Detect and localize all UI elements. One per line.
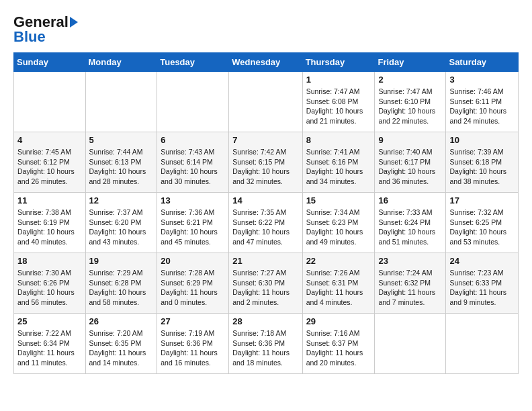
- day-detail: Sunrise: 7:32 AM Sunset: 6:25 PM Dayligh…: [449, 208, 515, 247]
- calendar-cell: 2Sunrise: 7:47 AM Sunset: 6:10 PM Daylig…: [375, 72, 446, 132]
- calendar-cell: 20Sunrise: 7:28 AM Sunset: 6:29 PM Dayli…: [157, 253, 229, 314]
- day-number: 9: [378, 135, 442, 145]
- calendar-cell: 18Sunrise: 7:30 AM Sunset: 6:26 PM Dayli…: [14, 253, 86, 314]
- calendar-week-4: 18Sunrise: 7:30 AM Sunset: 6:26 PM Dayli…: [14, 253, 519, 314]
- calendar-cell: 7Sunrise: 7:42 AM Sunset: 6:15 PM Daylig…: [229, 132, 302, 193]
- day-detail: Sunrise: 7:28 AM Sunset: 6:29 PM Dayligh…: [161, 268, 225, 308]
- calendar-cell: 11Sunrise: 7:38 AM Sunset: 6:19 PM Dayli…: [14, 193, 86, 253]
- day-detail: Sunrise: 7:19 AM Sunset: 6:36 PM Dayligh…: [161, 328, 225, 368]
- day-number: 25: [17, 316, 82, 326]
- day-detail: Sunrise: 7:27 AM Sunset: 6:30 PM Dayligh…: [232, 268, 298, 308]
- day-detail: Sunrise: 7:22 AM Sunset: 6:34 PM Dayligh…: [17, 328, 82, 368]
- day-number: 11: [17, 195, 82, 205]
- calendar-table: SundayMondayTuesdayWednesdayThursdayFrid…: [13, 52, 519, 374]
- day-number: 12: [89, 195, 154, 205]
- col-header-sunday: Sunday: [14, 53, 86, 72]
- day-number: 3: [449, 75, 515, 85]
- calendar-cell: 5Sunrise: 7:44 AM Sunset: 6:13 PM Daylig…: [85, 132, 157, 193]
- day-number: 17: [449, 195, 515, 205]
- calendar-cell: 12Sunrise: 7:37 AM Sunset: 6:20 PM Dayli…: [85, 193, 157, 253]
- day-detail: Sunrise: 7:29 AM Sunset: 6:28 PM Dayligh…: [89, 268, 154, 308]
- day-number: 29: [306, 316, 371, 326]
- day-detail: Sunrise: 7:41 AM Sunset: 6:16 PM Dayligh…: [306, 147, 371, 187]
- day-number: 26: [89, 316, 154, 326]
- day-detail: Sunrise: 7:44 AM Sunset: 6:13 PM Dayligh…: [89, 147, 154, 187]
- calendar-week-2: 4Sunrise: 7:45 AM Sunset: 6:12 PM Daylig…: [14, 132, 519, 193]
- day-number: 18: [17, 256, 82, 266]
- day-number: 5: [89, 135, 154, 145]
- day-detail: Sunrise: 7:46 AM Sunset: 6:11 PM Dayligh…: [449, 87, 515, 126]
- col-header-friday: Friday: [375, 53, 446, 72]
- day-number: 13: [161, 195, 225, 205]
- calendar-week-3: 11Sunrise: 7:38 AM Sunset: 6:19 PM Dayli…: [14, 193, 519, 253]
- day-detail: Sunrise: 7:23 AM Sunset: 6:33 PM Dayligh…: [449, 268, 515, 308]
- calendar-cell: [157, 72, 229, 132]
- col-header-tuesday: Tuesday: [157, 53, 229, 72]
- calendar-cell: 8Sunrise: 7:41 AM Sunset: 6:16 PM Daylig…: [302, 132, 375, 193]
- day-detail: Sunrise: 7:20 AM Sunset: 6:35 PM Dayligh…: [89, 328, 154, 368]
- day-detail: Sunrise: 7:24 AM Sunset: 6:32 PM Dayligh…: [378, 268, 442, 308]
- day-detail: Sunrise: 7:38 AM Sunset: 6:19 PM Dayligh…: [17, 208, 82, 247]
- calendar-cell: 4Sunrise: 7:45 AM Sunset: 6:12 PM Daylig…: [14, 132, 86, 193]
- col-header-wednesday: Wednesday: [229, 53, 302, 72]
- day-number: 27: [161, 316, 225, 326]
- calendar-cell: [14, 72, 86, 132]
- day-number: 7: [232, 135, 298, 145]
- calendar-cell: 3Sunrise: 7:46 AM Sunset: 6:11 PM Daylig…: [446, 72, 519, 132]
- day-detail: Sunrise: 7:36 AM Sunset: 6:21 PM Dayligh…: [161, 208, 225, 247]
- calendar-week-5: 25Sunrise: 7:22 AM Sunset: 6:34 PM Dayli…: [14, 314, 519, 374]
- calendar-cell: 16Sunrise: 7:33 AM Sunset: 6:24 PM Dayli…: [375, 193, 446, 253]
- calendar-cell: 9Sunrise: 7:40 AM Sunset: 6:17 PM Daylig…: [375, 132, 446, 193]
- day-number: 23: [378, 256, 442, 266]
- day-detail: Sunrise: 7:26 AM Sunset: 6:31 PM Dayligh…: [306, 268, 371, 308]
- calendar-cell: 19Sunrise: 7:29 AM Sunset: 6:28 PM Dayli…: [85, 253, 157, 314]
- logo-blue: Blue: [13, 28, 46, 46]
- logo: General Blue: [13, 13, 78, 46]
- calendar-cell: 29Sunrise: 7:16 AM Sunset: 6:37 PM Dayli…: [302, 314, 375, 374]
- calendar-cell: 1Sunrise: 7:47 AM Sunset: 6:08 PM Daylig…: [302, 72, 375, 132]
- calendar-cell: 24Sunrise: 7:23 AM Sunset: 6:33 PM Dayli…: [446, 253, 519, 314]
- day-detail: Sunrise: 7:30 AM Sunset: 6:26 PM Dayligh…: [17, 268, 82, 308]
- calendar-cell: 14Sunrise: 7:35 AM Sunset: 6:22 PM Dayli…: [229, 193, 302, 253]
- day-number: 16: [378, 195, 442, 205]
- calendar-cell: [375, 314, 446, 374]
- calendar-cell: [446, 314, 519, 374]
- calendar-cell: 6Sunrise: 7:43 AM Sunset: 6:14 PM Daylig…: [157, 132, 229, 193]
- calendar-cell: 15Sunrise: 7:34 AM Sunset: 6:23 PM Dayli…: [302, 193, 375, 253]
- day-detail: Sunrise: 7:16 AM Sunset: 6:37 PM Dayligh…: [306, 328, 371, 368]
- day-number: 14: [232, 195, 298, 205]
- day-detail: Sunrise: 7:47 AM Sunset: 6:10 PM Dayligh…: [378, 87, 442, 126]
- day-detail: Sunrise: 7:34 AM Sunset: 6:23 PM Dayligh…: [306, 208, 371, 247]
- day-number: 1: [306, 75, 371, 85]
- day-detail: Sunrise: 7:37 AM Sunset: 6:20 PM Dayligh…: [89, 208, 154, 247]
- calendar-cell: 13Sunrise: 7:36 AM Sunset: 6:21 PM Dayli…: [157, 193, 229, 253]
- day-number: 6: [161, 135, 225, 145]
- day-number: 4: [17, 135, 82, 145]
- day-number: 22: [306, 256, 371, 266]
- page-header: General Blue: [13, 13, 519, 46]
- calendar-cell: 28Sunrise: 7:18 AM Sunset: 6:36 PM Dayli…: [229, 314, 302, 374]
- day-number: 20: [161, 256, 225, 266]
- calendar-cell: 10Sunrise: 7:39 AM Sunset: 6:18 PM Dayli…: [446, 132, 519, 193]
- day-number: 15: [306, 195, 371, 205]
- day-number: 19: [89, 256, 154, 266]
- day-number: 28: [232, 316, 298, 326]
- col-header-thursday: Thursday: [302, 53, 375, 72]
- calendar-cell: 22Sunrise: 7:26 AM Sunset: 6:31 PM Dayli…: [302, 253, 375, 314]
- day-number: 24: [449, 256, 515, 266]
- calendar-week-1: 1Sunrise: 7:47 AM Sunset: 6:08 PM Daylig…: [14, 72, 519, 132]
- calendar-cell: [229, 72, 302, 132]
- day-detail: Sunrise: 7:43 AM Sunset: 6:14 PM Dayligh…: [161, 147, 225, 187]
- calendar-cell: 17Sunrise: 7:32 AM Sunset: 6:25 PM Dayli…: [446, 193, 519, 253]
- col-header-saturday: Saturday: [446, 53, 519, 72]
- col-header-monday: Monday: [85, 53, 157, 72]
- day-detail: Sunrise: 7:18 AM Sunset: 6:36 PM Dayligh…: [232, 328, 298, 368]
- day-detail: Sunrise: 7:45 AM Sunset: 6:12 PM Dayligh…: [17, 147, 82, 187]
- calendar-cell: 23Sunrise: 7:24 AM Sunset: 6:32 PM Dayli…: [375, 253, 446, 314]
- day-detail: Sunrise: 7:39 AM Sunset: 6:18 PM Dayligh…: [449, 147, 515, 187]
- calendar-cell: [85, 72, 157, 132]
- calendar-cell: 27Sunrise: 7:19 AM Sunset: 6:36 PM Dayli…: [157, 314, 229, 374]
- day-number: 10: [449, 135, 515, 145]
- day-number: 8: [306, 135, 371, 145]
- day-detail: Sunrise: 7:33 AM Sunset: 6:24 PM Dayligh…: [378, 208, 442, 247]
